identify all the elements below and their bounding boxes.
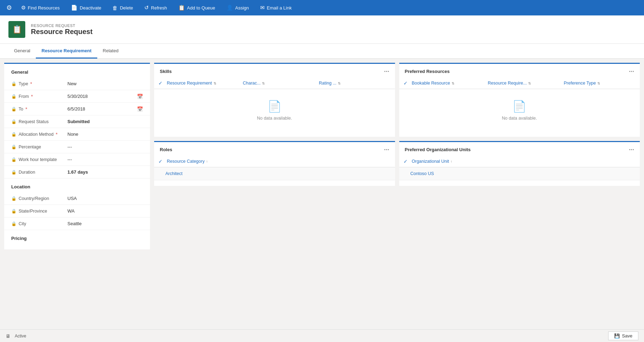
preferred-org-more-button[interactable]: ···	[629, 146, 634, 154]
lock-icon-to: 🔒	[11, 107, 17, 112]
roles-select-all[interactable]: ✓	[157, 158, 164, 165]
skills-no-data: 📄 No data available.	[154, 89, 395, 131]
skills-col-rating[interactable]: Rating ... ⇅	[317, 81, 392, 86]
lock-icon-allocation: 🔒	[11, 132, 17, 137]
tabs-bar: General Resource Requirement Related	[0, 44, 644, 59]
email-link-button[interactable]: ✉ Email a Link	[255, 0, 297, 15]
field-state: 🔒 State/Province WA	[4, 205, 150, 217]
delete-button[interactable]: 🗑 Delete	[107, 0, 139, 15]
skills-col-requirement[interactable]: Resource Requirement ⇅	[165, 81, 240, 86]
field-city: 🔒 City Seattle	[4, 217, 150, 230]
field-work-hour-template: 🔒 Work hour template ---	[4, 153, 150, 166]
from-value[interactable]: 5/30/2018	[67, 94, 137, 99]
preferred-org-select-all[interactable]: ✓	[402, 158, 409, 165]
roles-panel: Roles ··· ✓ Resource Category ↑ Architec…	[154, 141, 395, 186]
allocation-method-value[interactable]: None	[67, 132, 143, 137]
preferred-resources-no-data-icon: 📄	[512, 100, 526, 113]
main-content: General 🔒 Type * New 🔒 From * 5/30/2018 …	[0, 59, 644, 254]
roles-col-category[interactable]: Resource Category ↑	[165, 159, 392, 164]
field-from: 🔒 From * 5/30/2018 📅	[4, 90, 150, 103]
skills-sort-charac: ⇅	[262, 81, 265, 85]
skills-panel-title: Skills ···	[154, 64, 395, 78]
email-icon: ✉	[260, 5, 265, 11]
lock-icon-type: 🔒	[11, 81, 17, 86]
lock-icon-percentage: 🔒	[11, 145, 17, 149]
type-value[interactable]: New	[67, 81, 143, 86]
roles-more-button[interactable]: ···	[384, 146, 389, 154]
field-request-status: 🔒 Request Status Submitted	[4, 115, 150, 128]
lock-icon-from: 🔒	[11, 94, 17, 99]
deactivate-button[interactable]: 📄 Deactivate	[65, 0, 107, 15]
add-to-queue-label: Add to Queue	[187, 5, 215, 11]
pr-col-require[interactable]: Resource Require... ⇅	[486, 81, 561, 86]
field-allocation-method: 🔒 Allocation Method * None	[4, 128, 150, 141]
skills-grid-header: ✓ Resource Requirement ⇅ Charac... ⇅ Rat…	[154, 78, 395, 89]
skills-more-button[interactable]: ···	[384, 68, 389, 75]
assign-label: Assign	[235, 5, 249, 11]
left-panel: General 🔒 Type * New 🔒 From * 5/30/2018 …	[4, 63, 150, 249]
roles-row-checkbox[interactable]	[157, 170, 164, 177]
duration-value[interactable]: 1.67 days	[67, 169, 143, 175]
lock-icon-city: 🔒	[11, 221, 17, 226]
work-hour-template-value[interactable]: ---	[67, 157, 143, 162]
tab-resource-requirement[interactable]: Resource Requirement	[36, 44, 97, 59]
pr-sort-require: ⇅	[528, 81, 531, 85]
find-resources-label: Find Resources	[28, 5, 60, 11]
assign-icon: 👤	[226, 5, 233, 11]
page-title: Resource Request	[31, 28, 93, 36]
tab-general[interactable]: General	[8, 44, 36, 59]
lock-icon-workhour: 🔒	[11, 157, 17, 162]
preferred-org-cell-contoso[interactable]: Contoso US	[409, 171, 637, 176]
preferred-resources-select-all[interactable]: ✓	[402, 80, 409, 87]
field-to: 🔒 To * 6/5/2018 📅	[4, 103, 150, 115]
preferred-org-panel: Preferred Organizational Units ··· ✓ Org…	[399, 141, 640, 186]
refresh-label: Refresh	[151, 5, 167, 11]
pr-sort-preference: ⇅	[597, 81, 600, 85]
country-value[interactable]: USA	[67, 196, 143, 201]
skills-sort-requirement: ⇅	[213, 81, 216, 85]
to-value[interactable]: 6/5/2018	[67, 106, 137, 112]
state-value[interactable]: WA	[67, 208, 143, 214]
deactivate-icon: 📄	[71, 5, 78, 11]
deactivate-label: Deactivate	[80, 5, 101, 11]
calendar-icon-to[interactable]: 📅	[137, 106, 143, 112]
page-header: 📋 RESOURCE REQUEST Resource Request	[0, 15, 644, 44]
skills-select-all[interactable]: ✓	[157, 80, 164, 87]
pr-col-preference[interactable]: Preference Type ⇅	[563, 81, 637, 86]
assign-button[interactable]: 👤 Assign	[221, 0, 255, 15]
home-button[interactable]: ⚙	[3, 0, 15, 15]
request-status-value[interactable]: Submitted	[67, 119, 143, 124]
location-section-title: Location	[4, 179, 150, 192]
field-type: 🔒 Type * New	[4, 78, 150, 90]
tab-related[interactable]: Related	[97, 44, 124, 59]
find-resources-button[interactable]: ⚙ Find Resources	[15, 0, 65, 15]
preferred-org-row-checkbox[interactable]	[402, 170, 409, 177]
calendar-icon-from[interactable]: 📅	[137, 94, 143, 99]
roles-sort-category: ↑	[206, 160, 208, 163]
pr-col-bookable[interactable]: Bookable Resource ⇅	[410, 81, 485, 86]
preferred-org-row-contoso: Contoso US	[399, 167, 640, 180]
general-section-title: General	[4, 64, 150, 78]
preferred-org-panel-title: Preferred Organizational Units ···	[399, 142, 640, 156]
skills-col-charac[interactable]: Charac... ⇅	[242, 81, 316, 86]
skills-sort-rating: ⇅	[338, 81, 341, 85]
add-to-queue-button[interactable]: 📋 Add to Queue	[173, 0, 221, 15]
top-panels-row: Skills ··· ✓ Resource Requirement ⇅ Char…	[154, 63, 640, 137]
delete-icon: 🗑	[112, 5, 118, 11]
city-value[interactable]: Seattle	[67, 221, 143, 226]
find-resources-icon: ⚙	[21, 5, 26, 11]
preferred-resources-more-button[interactable]: ···	[629, 68, 634, 75]
refresh-icon: ↺	[144, 5, 149, 11]
field-duration: 🔒 Duration 1.67 days	[4, 166, 150, 179]
preferred-resources-panel: Preferred Resources ··· ✓ Bookable Resou…	[399, 63, 640, 137]
org-col-unit[interactable]: Organizational Unit ↑	[410, 159, 637, 164]
field-percentage: 🔒 Percentage ---	[4, 141, 150, 153]
delete-label: Delete	[120, 5, 133, 11]
roles-row-architect: Architect	[154, 167, 395, 180]
percentage-value[interactable]: ---	[67, 144, 143, 149]
refresh-button[interactable]: ↺ Refresh	[139, 0, 173, 15]
field-country: 🔒 Country/Region USA	[4, 192, 150, 205]
page-subtitle: RESOURCE REQUEST	[31, 24, 93, 28]
roles-cell-architect[interactable]: Architect	[164, 171, 392, 176]
preferred-resources-grid-header: ✓ Bookable Resource ⇅ Resource Require..…	[399, 78, 640, 89]
